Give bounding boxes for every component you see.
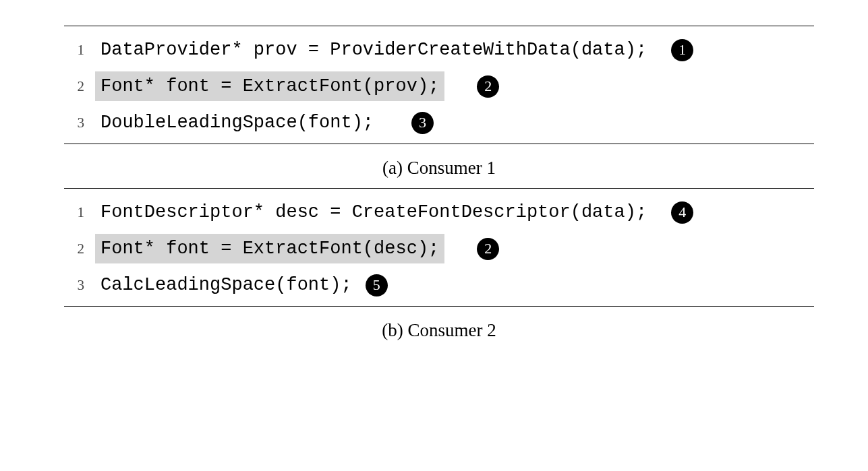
line-number: 1	[64, 206, 84, 220]
code-listing-a: 1 DataProvider* prov = ProviderCreateWit…	[64, 26, 814, 144]
line-number: 1	[64, 43, 84, 57]
code-text-highlighted: Font* font = ExtractFont(desc);	[95, 234, 444, 263]
code-text: CalcLeadingSpace(font);	[95, 270, 357, 300]
step-badge: 4	[671, 201, 693, 224]
code-line: 2 Font* font = ExtractFont(prov); 2	[64, 68, 814, 104]
code-text: FontDescriptor* desc = CreateFontDescrip…	[95, 197, 652, 227]
line-number: 3	[64, 278, 84, 292]
line-number: 2	[64, 242, 84, 256]
code-line: 2 Font* font = ExtractFont(desc); 2	[64, 230, 814, 267]
code-line: 1 FontDescriptor* desc = CreateFontDescr…	[64, 194, 814, 230]
step-badge: 3	[411, 112, 434, 134]
line-number: 3	[64, 116, 84, 130]
step-badge: 5	[366, 274, 388, 296]
step-badge: 2	[477, 75, 499, 98]
code-text: DoubleLeadingSpace(font);	[95, 108, 379, 137]
code-line: 1 DataProvider* prov = ProviderCreateWit…	[64, 32, 814, 68]
code-text-highlighted: Font* font = ExtractFont(prov);	[95, 71, 444, 101]
line-number: 2	[64, 80, 84, 94]
caption-b: (b) Consumer 2	[64, 320, 814, 341]
step-badge: 1	[671, 39, 693, 61]
code-line: 3 CalcLeadingSpace(font); 5	[64, 267, 814, 303]
code-line: 3 DoubleLeadingSpace(font); 3	[64, 104, 814, 141]
figure-container: 1 DataProvider* prov = ProviderCreateWit…	[0, 0, 868, 471]
step-badge: 2	[477, 238, 499, 260]
code-listing-b: 1 FontDescriptor* desc = CreateFontDescr…	[64, 188, 814, 307]
caption-a: (a) Consumer 1	[64, 158, 814, 179]
code-text: DataProvider* prov = ProviderCreateWithD…	[95, 35, 652, 65]
